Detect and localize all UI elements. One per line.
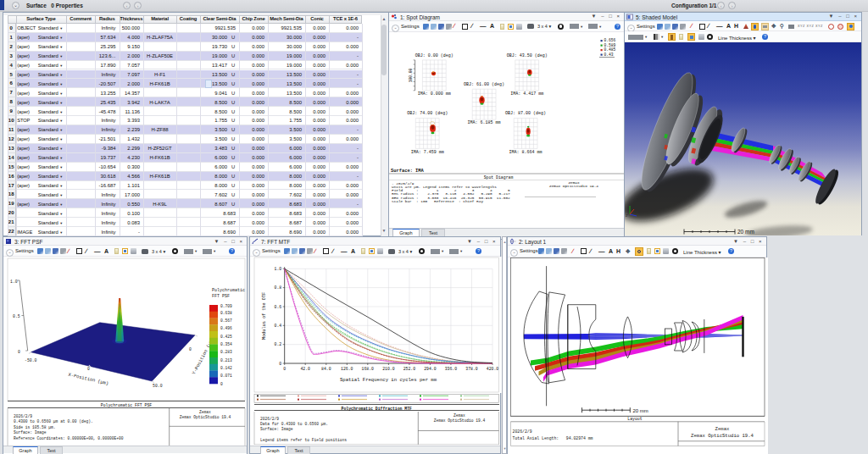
svg-text:336.0: 336.0 [445, 367, 458, 371]
svg-text:294.0: 294.0 [424, 367, 437, 371]
svg-text:Layout: Layout [627, 417, 642, 421]
svg-text:0: 0 [189, 347, 192, 352]
svg-text:Zemax OpticStudio 19.4: Zemax OpticStudio 19.4 [180, 415, 231, 419]
svg-text:Zemax: Zemax [199, 410, 211, 414]
svg-text:0.142: 0.142 [220, 366, 232, 370]
svg-text:IMA: 8.664 mm: IMA: 8.664 mm [509, 149, 542, 154]
svg-text:0: 0 [87, 367, 90, 371]
svg-text:IMA: 6.185 mm: IMA: 6.185 mm [468, 120, 501, 125]
svg-text:OBJ: 74.00 (deg): OBJ: 74.00 (deg) [407, 111, 448, 116]
svg-text:2026/2/9: 2026/2/9 [513, 429, 532, 434]
svg-text:0.4: 0.4 [275, 324, 282, 328]
svg-text:50.0: 50.0 [153, 384, 163, 388]
svg-text:0.4300 to 0.6560 µm at 0.00 (d: 0.4300 to 0.6560 µm at 0.00 (deg). [14, 419, 93, 424]
svg-text:42.0: 42.0 [300, 367, 310, 371]
svg-text:Surface: Image: Surface: Image [260, 427, 293, 431]
svg-text:0.425: 0.425 [220, 335, 232, 339]
svg-text:Legend items refer to Field po: Legend items refer to Field positions [260, 437, 347, 441]
svg-text:0.567: 0.567 [220, 318, 232, 323]
svg-text:Total Axial Length: 94.02974: Total Axial Length: 94.02974 mm [513, 435, 593, 440]
svg-text:20 mm: 20 mm [633, 407, 648, 412]
svg-text:IMA: 4.417 mm: IMA: 4.417 mm [510, 91, 543, 96]
svg-text:Spatial Frequency in cycles pe: Spatial Frequency in cycles per mm [340, 377, 437, 383]
svg-text:1.0: 1.0 [10, 280, 18, 284]
svg-text:0: 0 [283, 367, 286, 371]
svg-text:0.354: 0.354 [220, 342, 232, 346]
svg-text:0.589: 0.589 [604, 42, 616, 47]
svg-text:168.0: 168.0 [362, 367, 375, 371]
svg-text:Polychromatic: Polychromatic [212, 288, 245, 293]
svg-text:420.0: 420.0 [487, 367, 499, 371]
svg-text:Scale bar : 100 Reference: Scale bar : 100 Reference : Chief Ray [392, 199, 483, 203]
svg-text:OBJ: 61.00 (deg): OBJ: 61.00 (deg) [464, 81, 504, 86]
svg-text:OBJ: 87.00 (deg): OBJ: 87.00 (deg) [505, 111, 546, 116]
svg-text:0.283: 0.283 [220, 350, 232, 354]
svg-text:FFT PSF: FFT PSF [212, 294, 230, 299]
svg-text:Surface: IMA: Surface: IMA [391, 168, 425, 173]
svg-text:0.2: 0.2 [275, 342, 282, 346]
svg-text:378.0: 378.0 [465, 367, 478, 371]
svg-text:20 mm: 20 mm [737, 229, 754, 235]
svg-text:-50.0: -50.0 [25, 358, 37, 363]
svg-text:Zemax: Zemax [453, 413, 465, 418]
svg-text:0.43: 0.43 [604, 52, 614, 56]
svg-text:0.213: 0.213 [220, 358, 232, 363]
svg-text:0.6: 0.6 [275, 305, 282, 309]
svg-text:Data for 0.4300 to 0.6560 µm.: Data for 0.4300 to 0.6560 µm. [260, 422, 328, 426]
svg-text:0.071: 0.071 [220, 374, 232, 378]
svg-text:2026/2/9: 2026/2/9 [260, 416, 279, 420]
svg-text:0.656: 0.656 [604, 38, 616, 42]
svg-text:Zemax OpticStudio 19.4: Zemax OpticStudio 19.4 [691, 432, 754, 438]
svg-text:0.8: 0.8 [275, 285, 282, 290]
svg-text:2026/2/9: 2026/2/9 [14, 414, 32, 418]
svg-text:Surface: Image: Surface: Image [14, 430, 47, 435]
svg-text:0.5: 0.5 [13, 314, 20, 318]
svg-text:Zemax OpticStudio 19.4: Zemax OpticStudio 19.4 [549, 184, 598, 188]
svg-text:252.0: 252.0 [403, 367, 416, 371]
svg-text:0.709: 0.709 [220, 304, 232, 308]
svg-text:Zemax OpticStudio 19.4: Zemax OpticStudio 19.4 [434, 418, 486, 423]
svg-text:210.0: 210.0 [382, 367, 395, 371]
svg-text:0.638: 0.638 [220, 311, 232, 315]
svg-text:Side is 105.58 µm.: Side is 105.58 µm. [14, 425, 56, 429]
svg-text:0.496: 0.496 [220, 326, 232, 330]
svg-text:0: 0 [279, 362, 281, 366]
svg-text:0: 0 [18, 350, 20, 354]
svg-text:0: 0 [220, 382, 223, 386]
svg-text:126.0: 126.0 [341, 367, 353, 371]
svg-text:0.485: 0.485 [604, 47, 616, 52]
svg-text:OBJ: 0.00 (deg): OBJ: 0.00 (deg) [415, 53, 453, 58]
svg-text:Modulus of the OTF: Modulus of the OTF [262, 292, 267, 340]
svg-text:IMA: 0.000 mm: IMA: 0.000 mm [418, 91, 451, 96]
svg-text:1.0: 1.0 [275, 267, 282, 271]
svg-text:100.00: 100.00 [409, 68, 413, 82]
svg-text:OBJ: 43.50 (deg): OBJ: 43.50 (deg) [507, 53, 548, 58]
svg-text:84.0: 84.0 [321, 367, 331, 371]
svg-text:Zemax: Zemax [715, 425, 730, 431]
svg-text:Spot Diagram: Spot Diagram [484, 174, 514, 179]
svg-text:IMA: 7.459 mm: IMA: 7.459 mm [411, 149, 444, 154]
svg-text:Reference Coordinates: 0.00000: Reference Coordinates: 0.00000E+00, 0.00… [14, 436, 124, 440]
